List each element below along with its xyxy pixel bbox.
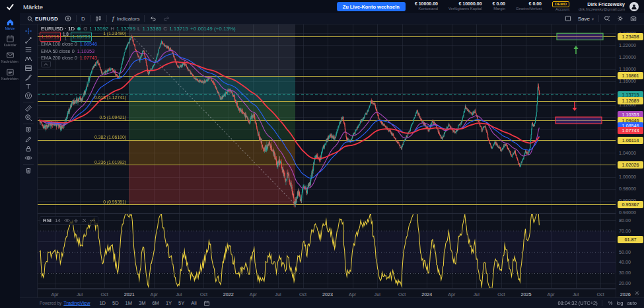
sidebar-item-nachrichten-2[interactable]: Nachrichten <box>0 51 20 63</box>
price-level-label: 1.07743 <box>618 127 643 134</box>
magnifier-sparkle-icon <box>604 15 610 22</box>
emoji-tool[interactable] <box>22 91 35 100</box>
more-options-icon[interactable] <box>90 219 95 221</box>
time-axis[interactable]: AprJulOct2021AprJulOct2022AprJulOct2023A… <box>38 289 616 297</box>
rsi-tick: 20.00 <box>619 280 631 286</box>
account-metric: DEMOAccount <box>552 1 569 13</box>
clock-label[interactable]: 08:04:32 (UTC+2) <box>557 300 597 306</box>
avatar[interactable] <box>629 2 639 11</box>
long-short-position-tool[interactable] <box>22 63 35 73</box>
tradingview-link[interactable]: TradingView <box>63 300 90 306</box>
magnet-tool[interactable] <box>22 126 35 135</box>
range-button-1m[interactable]: 1M <box>123 299 135 307</box>
time-tick: Oct <box>497 291 505 297</box>
percent-scale-button[interactable]: % <box>606 300 615 306</box>
layout-button[interactable] <box>561 14 575 24</box>
left-nav: MärkteKalenderNachrichtenNachrichten <box>0 13 20 308</box>
sidebar-item-mrkte-0[interactable]: Märkte <box>0 18 20 30</box>
range-button-6m[interactable]: 6M <box>149 299 161 307</box>
powered-by-label: Powered by <box>40 301 61 305</box>
sidebar-item-kalender-1[interactable]: Kalender <box>0 34 20 47</box>
camera-icon <box>630 15 637 22</box>
price-tick: 0.94000 <box>619 210 636 215</box>
settings-button[interactable] <box>614 14 627 24</box>
interval-button[interactable]: D <box>78 14 89 24</box>
price-level-label: 0.95367 <box>618 201 643 208</box>
time-tick: Apr <box>51 291 58 297</box>
time-tick: Jul <box>573 291 579 297</box>
long-short-position-icon <box>24 64 32 72</box>
hide-drawings-icon <box>24 154 32 162</box>
time-tick: 2025 <box>520 291 531 297</box>
xabcd-pattern-tool[interactable] <box>22 54 35 63</box>
trend-line-tool[interactable] <box>22 36 35 45</box>
magnet-icon <box>24 126 32 134</box>
close-icon[interactable] <box>82 218 87 223</box>
fx-icon: ƒ <box>112 15 115 22</box>
account-metric: € 0.00Gewinn/Verlust <box>516 1 542 12</box>
time-tick: 2023 <box>322 291 333 297</box>
log-scale-button[interactable]: log <box>614 300 625 306</box>
lock-drawings-tool[interactable] <box>22 144 35 153</box>
symbol-search[interactable]: EURUSD <box>24 14 61 24</box>
compare-add-symbol-button[interactable] <box>61 14 75 24</box>
time-tick: Oct <box>299 291 306 297</box>
lock-drawings-icon <box>24 145 32 153</box>
price-level-label: 1.06114 <box>618 137 643 144</box>
text-tool[interactable] <box>22 82 35 91</box>
time-tick: Jul <box>77 291 83 297</box>
time-tick: 2021 <box>124 291 135 297</box>
xabcd-pattern-icon <box>24 55 32 63</box>
go-to-date-button[interactable] <box>203 300 210 307</box>
chart-canvas[interactable] <box>38 24 616 297</box>
price-scale[interactable]: 1.240001.220001.200001.180001.160001.120… <box>616 24 644 297</box>
chart-style-button[interactable] <box>92 14 105 24</box>
undo-button[interactable] <box>146 14 160 24</box>
indicator-settings-icon[interactable] <box>73 218 79 223</box>
price-tick: 1.20000 <box>619 54 636 60</box>
brush-tool[interactable] <box>22 73 35 82</box>
crosshair-icon <box>24 27 32 35</box>
quick-search-button[interactable] <box>600 14 614 24</box>
sell-button[interactable]: 1.13715 <box>40 32 61 42</box>
rsi-tick: 40.00 <box>619 259 631 265</box>
buy-button[interactable]: 1.13733 <box>71 32 92 42</box>
range-button-all[interactable]: All <box>188 299 199 307</box>
time-tick: 2022 <box>223 291 234 297</box>
measure-icon <box>24 104 32 112</box>
undo-icon <box>149 15 157 22</box>
time-tick: Apr <box>151 291 158 297</box>
sidebar-item-nachrichten-3[interactable]: Nachrichten <box>0 68 20 81</box>
page-title: Märkte <box>23 3 43 11</box>
legend-collapse-button[interactable] <box>41 61 51 67</box>
candles-icon <box>95 15 102 22</box>
stay-in-drawing-mode-icon <box>24 135 32 143</box>
measure-tool[interactable] <box>22 104 35 113</box>
time-tick: Apr <box>349 291 356 297</box>
eye-icon[interactable] <box>64 218 70 223</box>
range-button-1d[interactable]: 1D <box>96 299 108 307</box>
redo-button[interactable] <box>160 14 174 24</box>
remove-drawings-tool[interactable] <box>22 166 35 175</box>
axis-settings-icon[interactable] <box>634 290 640 296</box>
gear-icon <box>617 15 624 22</box>
screenshot-button[interactable] <box>627 14 640 24</box>
stay-in-drawing-mode-tool[interactable] <box>22 135 35 144</box>
broker-logo-icon[interactable] <box>5 2 15 12</box>
range-button-3m[interactable]: 3M <box>136 299 148 307</box>
auto-scale-button[interactable]: auto <box>625 300 639 306</box>
user-menu[interactable]: Dirk Friczewsky dirk.friczewsky@gmail.co… <box>579 1 625 13</box>
indicators-button[interactable]: ƒ Indicators <box>108 14 143 24</box>
time-tick: Oct <box>101 291 108 297</box>
range-button-1y[interactable]: 1Y <box>163 299 174 307</box>
fib-retracement-tool[interactable] <box>22 45 35 54</box>
remove-drawings-icon <box>24 167 32 174</box>
zoom-in-tool[interactable] <box>22 113 35 122</box>
range-button-5d[interactable]: 5D <box>110 299 122 307</box>
switch-to-live-button[interactable]: Zu Live-Konto wechseln <box>337 2 406 11</box>
hide-drawings-tool[interactable] <box>22 153 35 163</box>
save-button[interactable]: Save ▾ <box>575 14 597 24</box>
crosshair-tool[interactable] <box>22 26 35 36</box>
price-level-label: 1.16861 <box>618 72 643 79</box>
range-button-5y[interactable]: 5Y <box>176 299 187 307</box>
